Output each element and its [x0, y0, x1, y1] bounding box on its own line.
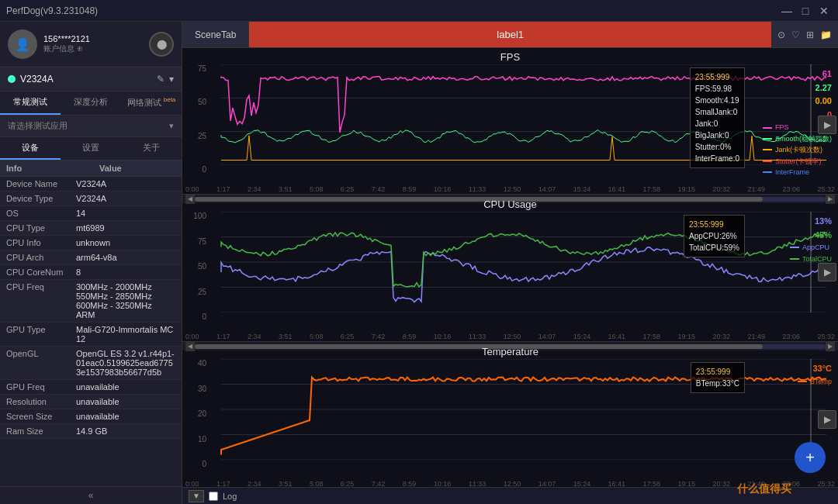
x-axis-label: 1:17 — [216, 185, 230, 193]
legend-color — [763, 127, 772, 129]
x-axis-label: 25:32 — [817, 185, 835, 193]
scroll-down-button[interactable]: ▼ — [189, 490, 204, 502]
device-edit-icon[interactable]: ✎ — [157, 74, 164, 85]
chart-play-button[interactable]: ▶ — [818, 116, 836, 134]
device-name: V2324A — [8, 74, 54, 85]
info-key: CPU Freq — [6, 282, 76, 292]
grid-icon[interactable]: ⊞ — [806, 29, 814, 40]
tab-about[interactable]: 关于 — [121, 137, 182, 160]
info-key: Device Type — [6, 194, 76, 203]
tab-regular-test[interactable]: 常规测试 — [0, 91, 61, 115]
x-axis-label: 19:15 — [678, 333, 696, 340]
legend-value-badge: 61 — [763, 67, 832, 81]
chart-legend-cpu: 13%45%AppCPUTotalCPU — [790, 215, 832, 264]
close-button[interactable]: ✕ — [816, 3, 832, 19]
table-row: CPU CoreNum8 — [0, 265, 182, 280]
heart-icon[interactable]: ♡ — [791, 29, 800, 40]
x-axis-label: 12:50 — [504, 480, 521, 487]
device-drop-icon[interactable]: ▾ — [169, 74, 174, 85]
scene-tab[interactable]: SceneTab — [182, 22, 249, 47]
x-axis-label: 11:33 — [469, 185, 487, 193]
legend-item: BTemp — [798, 376, 832, 387]
x-axis-label: 10:16 — [434, 480, 452, 487]
info-key: CPU Info — [6, 238, 76, 247]
avatar: 👤 — [8, 29, 37, 59]
y-axis-label: 100 — [193, 212, 206, 220]
folder-icon[interactable]: 📁 — [820, 29, 832, 40]
device-selector[interactable]: V2324A ✎ ▾ — [0, 67, 182, 91]
info-value: OpenGL ES 3.2 v1.r44p1-01eac0.5199625ead… — [76, 349, 175, 377]
log-checkbox[interactable] — [209, 492, 218, 501]
tab-deep-analysis[interactable]: 深度分析 — [61, 91, 121, 115]
x-axis-label: 11:33 — [469, 480, 487, 487]
chart-annotation-cpu: 23:55:999AppCPU:26%TotalCPU:59% — [684, 215, 745, 257]
x-axis-label: 7:42 — [372, 480, 386, 487]
legend-color — [798, 381, 807, 382]
user-account-label[interactable]: 账户信息 ⊕ — [43, 43, 90, 54]
table-row: CPU Freq300MHz - 2000MHz 550MHz - 2850MH… — [0, 280, 182, 323]
info-key: OpenGL — [6, 349, 76, 358]
x-axis-label: 14:07 — [538, 480, 556, 487]
info-key: OS — [6, 209, 76, 218]
y-axis-label: 0 — [202, 165, 206, 174]
x-axis-label: 15:24 — [573, 185, 591, 193]
y-axis-label: 50 — [198, 98, 206, 106]
tab-network-test[interactable]: 网络测试 beta — [121, 91, 182, 115]
col-header-info: Info — [6, 164, 76, 173]
x-axis-label: 5:08 — [310, 333, 324, 340]
target-icon[interactable]: ⊙ — [777, 29, 785, 40]
legend-label: InterFrame — [775, 167, 809, 178]
x-axis-label: 14:07 — [538, 185, 556, 193]
tab-device[interactable]: 设备 — [0, 137, 61, 160]
connect-button[interactable]: ⬤ — [149, 32, 174, 57]
legend-color — [763, 149, 772, 150]
legend-color — [763, 138, 772, 140]
info-value: 8 — [76, 268, 175, 277]
x-axis-label: 25:32 — [817, 480, 835, 487]
fab-button[interactable]: + — [795, 442, 826, 473]
x-axis-label: 19:15 — [678, 480, 696, 487]
legend-color — [763, 171, 772, 173]
info-key: CPU Type — [6, 223, 76, 233]
info-value: V2324A — [76, 194, 175, 203]
app-title: PerfDog(v9.3.231048) — [6, 5, 779, 16]
chart-annotation-fps: 23:55:999FPS:59.98Smooth:4.19SmallJank:0… — [690, 67, 745, 168]
y-axis-label: 25 — [198, 288, 206, 296]
app-selector[interactable]: 请选择测试应用 ▾ — [0, 116, 182, 137]
info-table: Device NameV2324ADevice TypeV2324AOS14CP… — [0, 177, 182, 486]
chart-cpu: CPU Usage100755025023:55:999AppCPU:26%To… — [182, 195, 838, 343]
device-name-text: V2324A — [20, 74, 54, 85]
x-axis-label: 7:42 — [372, 185, 386, 193]
y-axis-label: 25 — [198, 132, 206, 140]
y-axis-fps: 7550250 — [182, 64, 210, 185]
info-value: unavailable — [76, 397, 175, 406]
user-section: 👤 156****2121 账户信息 ⊕ ⬤ — [0, 22, 182, 67]
x-axis-label: 2:34 — [248, 185, 261, 193]
watermark: 什么值得买 — [737, 482, 791, 496]
minimize-button[interactable]: — — [779, 3, 795, 19]
chart-main-temp: 23:55:999BTemp:33°C33°CBTemp▶ — [210, 359, 838, 479]
app-selector-placeholder: 请选择测试应用 — [8, 120, 68, 132]
legend-value-badge: 33°C — [798, 362, 832, 376]
chart-play-button[interactable]: ▶ — [818, 410, 836, 429]
maximize-button[interactable]: □ — [798, 3, 813, 19]
y-axis-label: 40 — [198, 359, 206, 368]
table-row: Device TypeV2324A — [0, 192, 182, 206]
tab-settings[interactable]: 设置 — [61, 137, 121, 160]
info-value: unavailable — [76, 382, 175, 392]
window-controls: — □ ✕ — [779, 3, 832, 19]
table-row: Screen Sizeunavailable — [0, 409, 182, 424]
x-axis-label: 6:25 — [341, 185, 355, 193]
info-value: mt6989 — [76, 223, 175, 233]
info-value: unavailable — [76, 412, 175, 421]
x-axis-label: 6:25 — [341, 333, 355, 340]
chart-play-button[interactable]: ▶ — [818, 263, 836, 281]
info-value: 14.9 GB — [76, 426, 175, 436]
x-axis-label: 5:08 — [310, 480, 324, 487]
legend-value-badge: 45% — [790, 229, 832, 243]
info-value: Mali-G720-Immortalis MC12 — [76, 325, 175, 343]
x-axis-label: 3:51 — [279, 480, 293, 487]
collapse-button[interactable]: « — [0, 486, 182, 504]
table-row: GPU TypeMali-G720-Immortalis MC12 — [0, 323, 182, 347]
x-axis-label: 20:32 — [713, 480, 731, 487]
